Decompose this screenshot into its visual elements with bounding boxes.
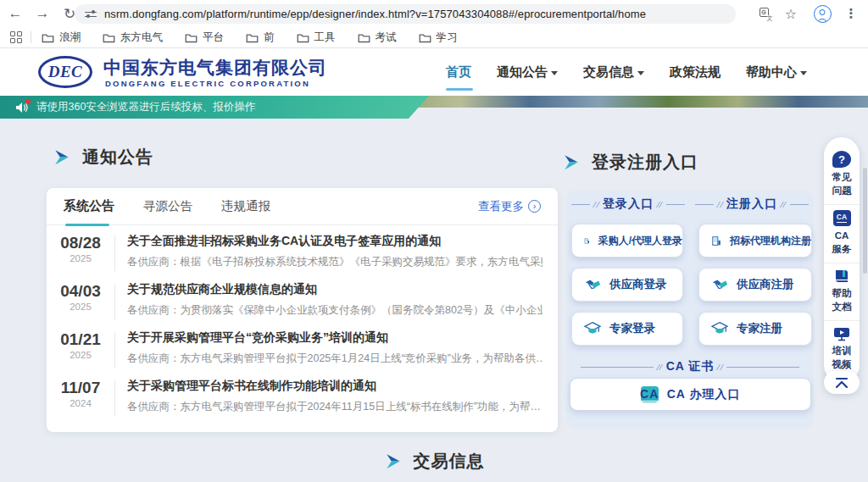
notice-date: 04/03 2025 [55,282,106,312]
graduation-cap-icon [584,321,601,336]
chevron-down-icon [551,71,558,75]
notice-item[interactable]: 08/28 2025 关于全面推进非招标采购业务CA认证及电子签章应用的通知 各… [47,225,558,274]
forward-button[interactable]: → [31,2,54,25]
nav-notices[interactable]: 通知公告 [495,59,559,86]
graduation-cap-icon [711,321,728,336]
nav-help-center[interactable]: 帮助中心 [744,59,809,86]
notices-section-header: 通知公告 [53,146,153,169]
bookmark-star-icon[interactable]: ☆ [780,0,802,27]
nav-home[interactable]: 首页 [444,59,473,86]
section-title: 通知公告 [82,146,153,169]
notice-desc: 各供应商：东方电气采购管理平台拟于2024年11月15日上线“标书在线制作”功能… [127,400,541,414]
browser-notice-ribbon: 请使用360安全浏览器进行后续投标、报价操作 [0,96,429,119]
divider [114,332,115,368]
address-bar[interactable]: nsrm.dongfang.com/platform/runtime/epp/d… [75,4,736,24]
login-section-header: 登录注册入口 [562,151,698,174]
apps-grid-icon[interactable] [10,31,22,43]
notice-desc: 各供应商：为贯彻落实《保障中小企业款项支付条例》（国务院令第802号）及《中小企… [127,303,542,318]
section-arrow-icon [53,148,71,167]
video-icon [833,326,850,341]
speaker-icon [15,102,29,114]
company-name-cn: 中国东方电气集团有限公司 [103,56,327,80]
folder-icon [246,32,259,43]
question-icon: ? [832,151,851,168]
back-button[interactable]: ← [3,2,27,25]
notice-date: 11/07 2024 [55,379,106,408]
divider [31,31,31,43]
ca-divider: CA 证书 [566,359,814,374]
notice-title[interactable]: 关于开展采购管理平台“竞价采购业务”培训的通知 [127,330,542,346]
tab-sourcing-notices[interactable]: 寻源公告 [143,188,192,225]
browser-chrome: ← → ↻ nsrm.dongfang.com/platform/runtime… [0,0,868,48]
ca-apply-button[interactable]: CA CA 办理入口 [570,378,811,411]
bookmark-folder-xuexi[interactable]: 学习 [419,30,458,45]
handshake-icon [711,277,728,292]
notice-tabs: 系统公告 寻源公告 违规通报 查看更多 › [47,188,558,225]
supplier-register-button[interactable]: 供应商注册 [698,268,812,302]
bookmark-folder-dongfang[interactable]: 东方电气 [103,30,163,45]
login-group-labels: 登录入口 注册入口 [566,197,814,212]
notice-title[interactable]: 关于采购管理平台标书在线制作功能培训的通知 [127,379,541,394]
book-icon [833,269,850,284]
supplier-login-button[interactable]: 供应商登录 [571,268,683,302]
purchaser-login-button[interactable]: 采购人/代理人登录 [571,224,683,258]
building-icon [584,233,590,249]
back-to-top-button[interactable] [824,371,860,394]
site-settings-icon[interactable] [85,9,97,19]
dec-logo[interactable]: DEC [38,56,92,88]
nav-trade-info[interactable]: 交易信息 [581,59,646,86]
chevron-down-icon [637,71,644,75]
notices-card: 系统公告 寻源公告 违规通报 查看更多 › 08/28 2025 关于全面推进非… [47,188,558,432]
ca-service-item[interactable]: CA CA服务 [824,204,860,263]
view-more-link[interactable]: 查看更多 › [478,199,541,214]
folder-icon [185,32,198,43]
help-docs-item[interactable]: 帮助文档 [824,263,860,320]
faq-item[interactable]: ? 常见问题 [824,146,860,204]
folder-icon [42,32,54,43]
register-group: 注册入口 [690,197,814,212]
browser-menu-icon[interactable]: ⋮ [841,0,861,27]
bookmark-folder-kaoshi[interactable]: 考试 [358,30,397,45]
nav-policies[interactable]: 政策法规 [668,59,722,86]
agency-register-button[interactable]: 招标代理机构注册 [698,224,812,258]
section-title: 登录注册入口 [592,151,698,174]
collapse-top-icon [834,377,849,389]
notice-date: 08/28 2025 [55,234,106,263]
ribbon-text: 请使用360安全浏览器进行后续投标、报价操作 [36,100,255,114]
arrow-right-circle-icon: › [528,200,541,213]
page-scrollbar[interactable] [863,168,867,274]
notice-item[interactable]: 04/03 2025 关于规范供应商企业规模信息的通知 各供应商：为贯彻落实《保… [47,274,558,322]
notice-desc: 各供应商：根据《电子招标投标系统技术规范》《电子采购交易规范》要求，东方电气采购… [127,255,542,269]
bookmarks-bar: 浪潮 东方电气 平台 前 工具 考试 学习 [0,27,868,47]
notice-title[interactable]: 关于规范供应商企业规模信息的通知 [127,282,542,297]
notice-item[interactable]: 11/07 2024 关于采购管理平台标书在线制作功能培训的通知 各供应商：东方… [47,370,558,418]
bookmark-folder-qian[interactable]: 前 [246,30,275,45]
notice-date: 01/21 2025 [55,330,106,360]
trade-section-header: 交易信息 [0,450,868,473]
ca-icon: CA [833,210,851,226]
section-title: 交易信息 [414,450,485,473]
translate-icon[interactable]: G 文 [754,0,776,27]
login-group: 登录入口 [566,197,690,212]
floating-toolbar: ? 常见问题 CA CA服务 帮助文档 培训视频 [824,137,860,383]
bookmark-folder-langchao[interactable]: 浪潮 [42,30,81,45]
tab-system-notices[interactable]: 系统公告 [64,188,114,225]
training-videos-item[interactable]: 培训视频 [824,320,860,378]
expert-login-button[interactable]: 专家登录 [571,312,683,346]
notice-desc: 各供应商：东方电气采购管理平台拟于2025年1月24日上线“竞价采购”业务，为帮… [127,352,542,366]
folder-icon [103,32,115,43]
bookmark-folder-pingtai[interactable]: 平台 [185,30,224,45]
url-text[interactable]: nsrm.dongfang.com/platform/runtime/epp/d… [104,8,646,20]
building-icon [711,233,721,249]
folder-icon [358,32,370,43]
expert-register-button[interactable]: 专家注册 [698,312,812,346]
section-arrow-icon [562,153,581,172]
bookmark-folder-gongju[interactable]: 工具 [297,30,336,45]
notice-title[interactable]: 关于全面推进非招标采购业务CA认证及电子签章应用的通知 [127,234,542,249]
chevron-down-icon [800,71,807,75]
tab-violation-reports[interactable]: 违规通报 [221,188,270,225]
profile-avatar[interactable] [810,0,834,27]
divider [114,380,115,416]
notification-dot [25,99,31,104]
notice-item[interactable]: 01/21 2025 关于开展采购管理平台“竞价采购业务”培训的通知 各供应商：… [47,322,558,370]
